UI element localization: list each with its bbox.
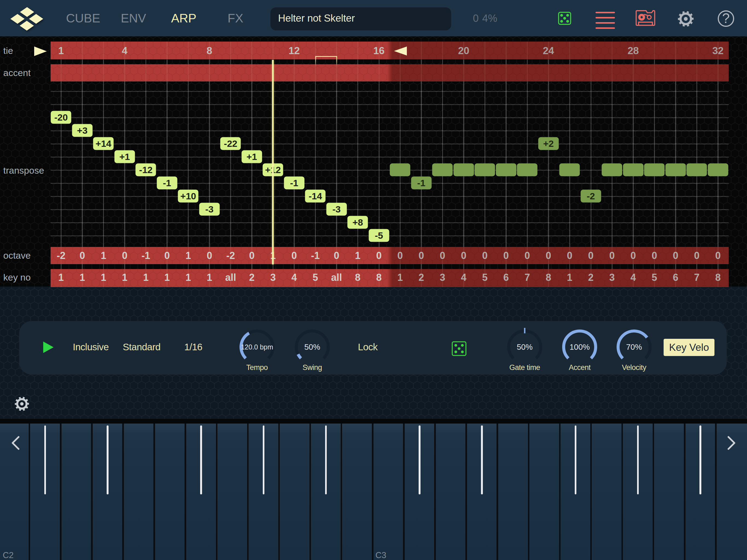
svg-text:?: ? bbox=[722, 11, 730, 26]
